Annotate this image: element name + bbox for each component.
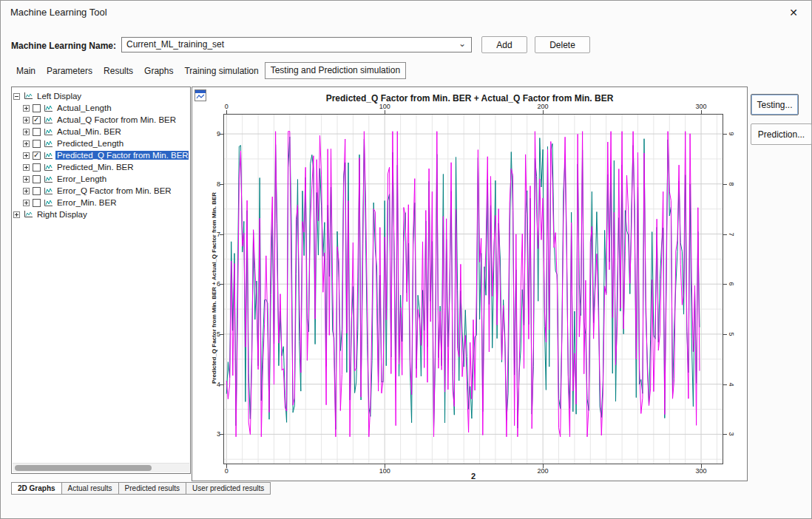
tree-root-row: Right Display [13, 208, 189, 220]
y-tick-label-left: 3 [204, 430, 220, 438]
x-tick-label-bottom: 100 [376, 467, 393, 475]
plot-area[interactable] [223, 114, 723, 464]
tree-item-label[interactable]: Actual_Q Factor from Min. BER [55, 115, 177, 124]
y-tickmark-right [723, 434, 727, 435]
unchecked-checkbox[interactable] [33, 199, 41, 207]
tree-item[interactable]: Predicted_Length [13, 138, 189, 149]
testing-button[interactable]: Testing... [751, 94, 799, 115]
expand-icon[interactable] [23, 164, 30, 171]
unchecked-checkbox[interactable] [33, 104, 41, 112]
y-tickmark-left [220, 334, 223, 335]
ml-name-label: Machine Learning Name: [11, 41, 116, 51]
display-icon [23, 92, 33, 101]
graph-icon [44, 199, 53, 207]
collapse-icon[interactable] [13, 93, 20, 100]
bottom-tab-user-predicted-results[interactable]: User predicted results [186, 482, 271, 495]
expand-icon[interactable] [13, 211, 20, 218]
tree-item[interactable]: Actual_Min. BER [13, 126, 189, 138]
add-button[interactable]: Add [481, 36, 527, 53]
unchecked-checkbox[interactable] [33, 140, 41, 148]
expand-icon[interactable] [23, 105, 30, 112]
tree-item-label[interactable]: Error_Length [55, 174, 108, 183]
y-tickmark-left [220, 284, 223, 285]
y-tick-label-left: 6 [204, 280, 220, 288]
tree-root-label[interactable]: Left Display [35, 92, 83, 101]
display-tree-panel: Left DisplayActual_LengthActual_Q Factor… [11, 86, 191, 474]
expand-icon[interactable] [23, 176, 30, 183]
tree-item-label[interactable]: Actual_Length [55, 104, 113, 112]
y-tick-label-right: 4 [728, 381, 735, 388]
close-icon[interactable]: ✕ [783, 4, 804, 21]
plot-svg[interactable] [223, 114, 723, 464]
expand-icon[interactable] [23, 129, 30, 135]
bottom-tab-actual-results[interactable]: Actual results [61, 482, 119, 495]
tree-item[interactable]: Predicted_Min. BER [13, 161, 189, 173]
x-tick-label-bottom: 0 [217, 467, 235, 475]
ml-name-select[interactable]: Current_ML_training_set ⌄ [121, 37, 472, 52]
unchecked-checkbox[interactable] [33, 187, 41, 195]
expand-icon[interactable] [23, 200, 30, 206]
tree-item-label[interactable]: Predicted_Q Factor from Min. BER [55, 151, 189, 160]
expand-icon[interactable] [23, 140, 30, 147]
tree-root-label[interactable]: Right Display [35, 210, 89, 219]
prediction-button[interactable]: Prediction... [751, 123, 812, 145]
y-tickmark-left [220, 234, 223, 235]
tree-item[interactable]: Actual_Q Factor from Min. BER [13, 114, 189, 126]
x-tick-label-top: 0 [217, 103, 235, 110]
unchecked-checkbox[interactable] [33, 128, 41, 136]
tree-item-label[interactable]: Actual_Min. BER [55, 127, 123, 136]
tree-item-label[interactable]: Predicted_Length [55, 139, 125, 148]
scrollbar-thumb[interactable] [15, 465, 152, 471]
y-tick-label-left: 8 [204, 180, 220, 188]
graph-icon [44, 152, 53, 160]
tab-training-simulation[interactable]: Training simulation [179, 64, 263, 79]
delete-button[interactable]: Delete [535, 36, 590, 53]
y-tick-label-right: 7 [728, 231, 735, 238]
y-tick-label-left: 5 [204, 330, 220, 338]
tree-item-label[interactable]: Predicted_Min. BER [55, 163, 135, 172]
y-tickmark-right [723, 234, 727, 235]
y-tickmark-left [220, 184, 223, 185]
checked-checkbox[interactable] [33, 152, 41, 160]
y-tick-label-left: 9 [204, 130, 220, 138]
graph-icon [44, 175, 53, 183]
x-tick-label-top: 100 [376, 103, 393, 110]
x-tickmark-bottom [385, 464, 385, 468]
tab-graphs[interactable]: Graphs [139, 64, 178, 79]
tab-parameters[interactable]: Parameters [41, 64, 98, 79]
unchecked-checkbox[interactable] [33, 163, 41, 172]
x-tickmark-bottom [701, 464, 702, 468]
tree-item[interactable]: Actual_Length [13, 102, 189, 114]
checked-checkbox[interactable] [33, 116, 41, 124]
graph-icon [44, 104, 53, 112]
x-tick-label-bottom: 300 [692, 467, 710, 475]
x-axis-label: 2 [223, 472, 723, 481]
machine-learning-tool-window: Machine Learning Tool ✕ Machine Learning… [0, 0, 812, 519]
y-tick-label-right: 8 [728, 180, 735, 188]
tree-item[interactable]: Error_Length [13, 173, 189, 185]
unchecked-checkbox[interactable] [33, 175, 41, 183]
tree-root-row: Left Display [13, 90, 189, 102]
tab-results[interactable]: Results [98, 64, 138, 79]
y-tick-label-right: 5 [728, 330, 735, 338]
tree-item[interactable]: Predicted_Q Factor from Min. BER [13, 149, 189, 161]
tree-item[interactable]: Error_Min. BER [13, 197, 189, 208]
bottom-tab-predicted-results[interactable]: Predicted results [118, 482, 186, 495]
x-tickmark-top [543, 110, 544, 114]
expand-icon[interactable] [23, 117, 30, 123]
y-tickmark-right [723, 334, 727, 335]
tree-item[interactable]: Error_Q Factor from Min. BER [13, 185, 189, 197]
tab-main[interactable]: Main [11, 64, 41, 79]
display-icon [23, 210, 33, 219]
expand-icon[interactable] [23, 188, 30, 194]
x-tick-label-top: 300 [692, 103, 710, 110]
bottom-tab-2d-graphs[interactable]: 2D Graphs [11, 482, 62, 495]
graph-icon [44, 140, 53, 148]
tree-item-label[interactable]: Error_Min. BER [55, 198, 118, 207]
tab-testing-and-prediction-simulation[interactable]: Testing and Prediction simulation [265, 62, 406, 79]
horizontal-scrollbar[interactable] [13, 463, 189, 472]
tree-item-label[interactable]: Error_Q Factor from Min. BER [55, 186, 173, 195]
y-tick-label-left: 4 [204, 381, 220, 388]
y-tick-label-left: 7 [204, 231, 220, 238]
expand-icon[interactable] [23, 152, 30, 159]
